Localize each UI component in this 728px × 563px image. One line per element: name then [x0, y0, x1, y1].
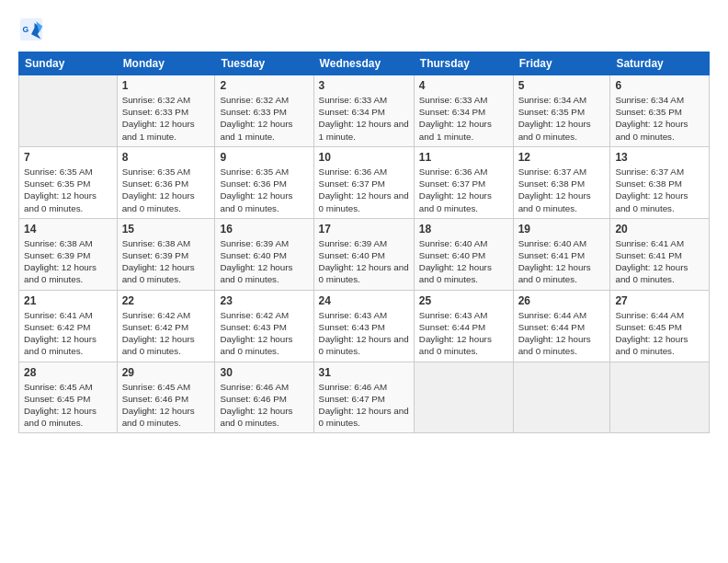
cell-info: Sunrise: 6:35 AMSunset: 6:36 PMDaylight:…: [122, 166, 210, 214]
cell-info: Sunrise: 6:33 AMSunset: 6:34 PMDaylight:…: [319, 94, 409, 143]
day-number: 28: [24, 366, 112, 379]
calendar-week-4: 21Sunrise: 6:41 AMSunset: 6:42 PMDayligh…: [19, 290, 710, 362]
calendar-cell: 31Sunrise: 6:46 AMSunset: 6:47 PMDayligh…: [313, 362, 414, 433]
day-number: 9: [220, 151, 308, 164]
cell-info: Sunrise: 6:35 AMSunset: 6:36 PMDaylight:…: [220, 166, 308, 214]
day-number: 1: [122, 79, 210, 92]
cell-info: Sunrise: 6:43 AMSunset: 6:44 PMDaylight:…: [419, 309, 508, 358]
page: G SundayMondayTuesdayWednesdayThursdayFr…: [0, 0, 728, 563]
day-number: 29: [122, 366, 210, 379]
calendar-cell: [19, 75, 118, 147]
cell-info: Sunrise: 6:36 AMSunset: 6:37 PMDaylight:…: [419, 166, 508, 214]
day-number: 22: [122, 294, 210, 307]
calendar-cell: 7Sunrise: 6:35 AMSunset: 6:35 PMDaylight…: [19, 146, 118, 218]
logo-icon: G: [18, 17, 44, 42]
cell-info: Sunrise: 6:38 AMSunset: 6:39 PMDaylight:…: [122, 237, 210, 286]
day-number: 23: [220, 294, 308, 307]
calendar-cell: 26Sunrise: 6:44 AMSunset: 6:44 PMDayligh…: [513, 290, 610, 362]
cell-info: Sunrise: 6:37 AMSunset: 6:38 PMDaylight:…: [518, 166, 606, 214]
day-number: 10: [319, 151, 409, 164]
day-number: 15: [122, 223, 210, 236]
cell-info: Sunrise: 6:46 AMSunset: 6:46 PMDaylight:…: [220, 381, 308, 430]
weekday-wednesday: Wednesday: [313, 52, 414, 75]
calendar-cell: [513, 362, 610, 433]
day-number: 24: [319, 294, 409, 307]
day-number: 21: [24, 294, 112, 307]
calendar-cell: 27Sunrise: 6:44 AMSunset: 6:45 PMDayligh…: [610, 290, 710, 362]
weekday-thursday: Thursday: [414, 52, 513, 75]
calendar-cell: 22Sunrise: 6:42 AMSunset: 6:42 PMDayligh…: [117, 290, 215, 362]
cell-info: Sunrise: 6:32 AMSunset: 6:33 PMDaylight:…: [122, 94, 210, 143]
calendar-cell: 14Sunrise: 6:38 AMSunset: 6:39 PMDayligh…: [19, 218, 118, 290]
cell-info: Sunrise: 6:40 AMSunset: 6:40 PMDaylight:…: [419, 237, 508, 286]
calendar-cell: 29Sunrise: 6:45 AMSunset: 6:46 PMDayligh…: [117, 362, 215, 433]
weekday-friday: Friday: [513, 52, 610, 75]
calendar-table: SundayMondayTuesdayWednesdayThursdayFrid…: [18, 52, 710, 433]
calendar-cell: 9Sunrise: 6:35 AMSunset: 6:36 PMDaylight…: [215, 146, 313, 218]
calendar-body: 1Sunrise: 6:32 AMSunset: 6:33 PMDaylight…: [19, 75, 710, 433]
day-number: 25: [419, 294, 508, 307]
cell-info: Sunrise: 6:42 AMSunset: 6:43 PMDaylight:…: [220, 309, 308, 358]
calendar-cell: 6Sunrise: 6:34 AMSunset: 6:35 PMDaylight…: [610, 75, 710, 147]
calendar-cell: 19Sunrise: 6:40 AMSunset: 6:41 PMDayligh…: [513, 218, 610, 290]
weekday-tuesday: Tuesday: [215, 52, 313, 75]
day-number: 27: [615, 294, 704, 307]
calendar-header: SundayMondayTuesdayWednesdayThursdayFrid…: [19, 52, 710, 75]
cell-info: Sunrise: 6:44 AMSunset: 6:45 PMDaylight:…: [615, 309, 704, 358]
day-number: 6: [615, 79, 704, 92]
weekday-sunday: Sunday: [19, 52, 118, 75]
calendar-cell: 3Sunrise: 6:33 AMSunset: 6:34 PMDaylight…: [313, 75, 414, 147]
calendar-cell: 5Sunrise: 6:34 AMSunset: 6:35 PMDaylight…: [513, 75, 610, 147]
weekday-saturday: Saturday: [610, 52, 710, 75]
cell-info: Sunrise: 6:46 AMSunset: 6:47 PMDaylight:…: [319, 381, 409, 430]
day-number: 26: [518, 294, 606, 307]
day-number: 4: [419, 79, 508, 92]
day-number: 17: [319, 223, 409, 236]
day-number: 3: [319, 79, 409, 92]
calendar-cell: 21Sunrise: 6:41 AMSunset: 6:42 PMDayligh…: [19, 290, 118, 362]
day-number: 19: [518, 223, 606, 236]
cell-info: Sunrise: 6:40 AMSunset: 6:41 PMDaylight:…: [518, 237, 606, 286]
day-number: 31: [319, 366, 409, 379]
day-number: 12: [518, 151, 606, 164]
day-number: 13: [615, 151, 704, 164]
cell-info: Sunrise: 6:37 AMSunset: 6:38 PMDaylight:…: [615, 166, 704, 214]
calendar-week-5: 28Sunrise: 6:45 AMSunset: 6:45 PMDayligh…: [19, 362, 710, 433]
calendar-cell: 13Sunrise: 6:37 AMSunset: 6:38 PMDayligh…: [610, 146, 710, 218]
cell-info: Sunrise: 6:33 AMSunset: 6:34 PMDaylight:…: [419, 94, 508, 143]
calendar-cell: 28Sunrise: 6:45 AMSunset: 6:45 PMDayligh…: [19, 362, 118, 433]
calendar-cell: [414, 362, 513, 433]
calendar-cell: 25Sunrise: 6:43 AMSunset: 6:44 PMDayligh…: [414, 290, 513, 362]
day-number: 20: [615, 223, 704, 236]
day-number: 16: [220, 223, 308, 236]
cell-info: Sunrise: 6:34 AMSunset: 6:35 PMDaylight:…: [518, 94, 606, 143]
cell-info: Sunrise: 6:44 AMSunset: 6:44 PMDaylight:…: [518, 309, 606, 358]
cell-info: Sunrise: 6:42 AMSunset: 6:42 PMDaylight:…: [122, 309, 210, 358]
calendar-cell: 15Sunrise: 6:38 AMSunset: 6:39 PMDayligh…: [117, 218, 215, 290]
logo: G: [18, 17, 46, 42]
header: G: [18, 17, 710, 42]
day-number: 7: [24, 151, 112, 164]
svg-text:G: G: [22, 25, 28, 34]
day-number: 11: [419, 151, 508, 164]
cell-info: Sunrise: 6:34 AMSunset: 6:35 PMDaylight:…: [615, 94, 704, 143]
cell-info: Sunrise: 6:41 AMSunset: 6:41 PMDaylight:…: [615, 237, 704, 286]
day-number: 14: [24, 223, 112, 236]
calendar-cell: 16Sunrise: 6:39 AMSunset: 6:40 PMDayligh…: [215, 218, 313, 290]
calendar-cell: 20Sunrise: 6:41 AMSunset: 6:41 PMDayligh…: [610, 218, 710, 290]
calendar-week-2: 7Sunrise: 6:35 AMSunset: 6:35 PMDaylight…: [19, 146, 710, 218]
calendar-cell: 18Sunrise: 6:40 AMSunset: 6:40 PMDayligh…: [414, 218, 513, 290]
day-number: 30: [220, 366, 308, 379]
day-number: 18: [419, 223, 508, 236]
day-number: 8: [122, 151, 210, 164]
calendar-cell: 1Sunrise: 6:32 AMSunset: 6:33 PMDaylight…: [117, 75, 215, 147]
calendar-cell: 4Sunrise: 6:33 AMSunset: 6:34 PMDaylight…: [414, 75, 513, 147]
calendar-week-1: 1Sunrise: 6:32 AMSunset: 6:33 PMDaylight…: [19, 75, 710, 147]
cell-info: Sunrise: 6:39 AMSunset: 6:40 PMDaylight:…: [220, 237, 308, 286]
weekday-header-row: SundayMondayTuesdayWednesdayThursdayFrid…: [19, 52, 710, 75]
calendar-cell: 17Sunrise: 6:39 AMSunset: 6:40 PMDayligh…: [313, 218, 414, 290]
calendar-cell: [610, 362, 710, 433]
day-number: 2: [220, 79, 308, 92]
calendar-cell: 2Sunrise: 6:32 AMSunset: 6:33 PMDaylight…: [215, 75, 313, 147]
cell-info: Sunrise: 6:43 AMSunset: 6:43 PMDaylight:…: [319, 309, 409, 358]
